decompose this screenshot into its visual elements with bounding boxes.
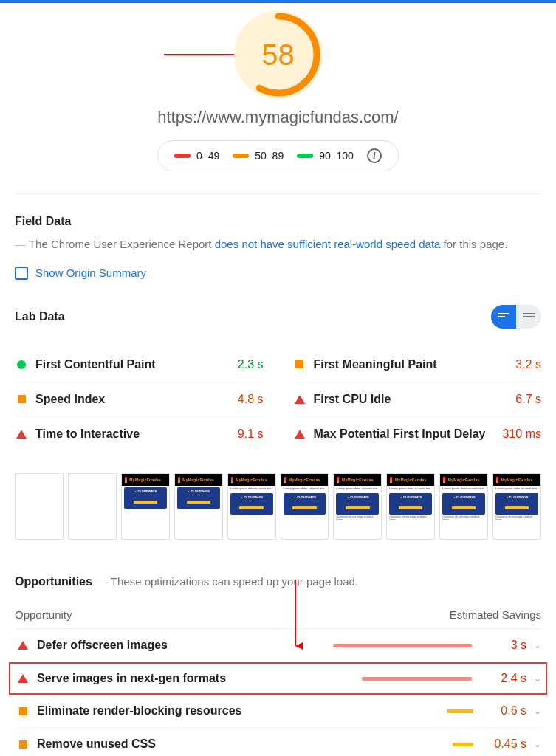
metric-value: 4.8 s (238, 393, 264, 406)
metric-label: Time to Interactive (35, 427, 238, 441)
col-opportunity: Opportunity (15, 608, 72, 621)
average-icon (19, 707, 27, 715)
chevron-down-icon: ⌄ (534, 673, 541, 684)
opportunity-row[interactable]: Serve images in next-gen formats 2.4 s ⌄ (9, 662, 547, 695)
annotation-arrow-2-icon (288, 578, 303, 652)
metric-row: First CPU Idle 6.7 s (293, 382, 542, 416)
score-gauge: 58 (234, 10, 323, 99)
metric-row: Max Potential First Input Delay 310 ms (293, 416, 542, 451)
score-legend: 0–49 50–89 90–100 i (157, 140, 399, 171)
menu-icon (523, 313, 535, 320)
opportunity-row[interactable]: Eliminate render-blocking resources 0.6 … (15, 695, 541, 728)
chevron-down-icon: ⌄ (534, 640, 541, 650)
opportunity-label: Eliminate render-blocking resources (37, 704, 318, 718)
opportunities-desc: These optimizations can speed up your pa… (97, 573, 358, 591)
show-origin-label: Show Origin Summary (35, 267, 146, 279)
info-icon[interactable]: i (367, 148, 382, 163)
filmstrip-frame (68, 473, 117, 540)
opportunity-value: 3 s (475, 639, 526, 652)
field-data-post: for this page. (440, 238, 507, 250)
savings-bar (447, 709, 473, 713)
metric-row: Time to Interactive 9.1 s (15, 416, 264, 451)
metric-value: 310 ms (503, 427, 541, 441)
metric-value: 9.1 s (238, 427, 264, 441)
score-section: 58 https://www.mymagicfundas.com/ 0–49 5… (15, 3, 541, 171)
filmstrip-frame: MyMagicFundasLorem ipsum dolor sit amet … (386, 473, 435, 540)
legend-good-label: 90–100 (319, 150, 354, 162)
savings-bar (362, 677, 472, 681)
metric-row: First Contentful Paint 2.3 s (15, 348, 264, 382)
fail-icon (295, 430, 305, 439)
chevron-down-icon: ⌄ (534, 739, 541, 749)
legend-good: 90–100 (297, 150, 354, 162)
opportunity-row[interactable]: Remove unused CSS 0.45 s ⌄ (15, 728, 541, 756)
field-data-desc: The Chrome User Experience Report does n… (15, 236, 507, 253)
fail-icon (18, 674, 28, 683)
metric-label: First Contentful Paint (35, 358, 238, 371)
filmstrip-frame: MyMagicFundasLorem ipsum dolor sit amet … (227, 473, 276, 540)
opportunity-value: 0.6 s (475, 704, 526, 718)
average-icon (295, 360, 303, 368)
average-icon (19, 740, 27, 749)
view-toggle-compact[interactable] (491, 305, 516, 329)
savings-bar (453, 743, 473, 746)
metric-value: 6.7 s (515, 393, 541, 406)
metric-label: First Meaningful Paint (314, 358, 516, 371)
opportunities-title: Opportunities (15, 572, 92, 591)
legend-poor-label: 0–49 (196, 150, 219, 162)
legend-avg: 50–89 (233, 150, 284, 162)
legend-poor: 0–49 (174, 150, 219, 162)
divider (15, 193, 541, 194)
filmstrip-frame: MyMagicFundas☁ CLOUDWAYS (121, 473, 170, 540)
metric-row: First Meaningful Paint 3.2 s (293, 348, 542, 382)
pass-icon (17, 360, 26, 369)
field-data-pre: The Chrome User Experience Report (29, 238, 215, 250)
chevron-down-icon: ⌄ (534, 706, 541, 716)
view-toggle-expanded[interactable] (516, 305, 541, 329)
filmstrip-frame: MyMagicFundas☁ CLOUDWAYS (174, 473, 223, 540)
fail-icon (295, 395, 305, 404)
tested-url: https://www.mymagicfundas.com/ (15, 108, 541, 127)
field-data-section: Field Data The Chrome User Experience Re… (15, 212, 541, 253)
opportunity-label: Serve images in next-gen formats (37, 672, 318, 685)
col-savings: Estimated Savings (450, 608, 541, 621)
metric-label: Max Potential First Input Delay (314, 427, 503, 441)
opportunities-section: Opportunities These optimizations can sp… (15, 572, 541, 756)
field-data-title: Field Data (15, 212, 71, 231)
metric-value: 2.3 s (238, 358, 264, 371)
filmstrip-frame: MyMagicFundasLorem ipsum dolor sit amet … (281, 473, 329, 540)
average-icon (18, 395, 26, 403)
lab-data-title: Lab Data (15, 310, 65, 323)
opportunity-row[interactable]: Defer offscreen images 3 s ⌄ (15, 629, 541, 662)
opportunity-label: Remove unused CSS (37, 738, 318, 751)
align-left-icon (498, 313, 509, 320)
fail-icon (18, 641, 28, 650)
filmstrip-frame: MyMagicFundasLorem ipsum dolor sit amet … (333, 473, 382, 540)
opportunity-value: 0.45 s (475, 738, 526, 751)
metric-label: Speed Index (35, 393, 238, 406)
metric-row: Speed Index 4.8 s (15, 382, 264, 416)
filmstrip-frame (15, 473, 64, 540)
opportunity-label: Defer offscreen images (37, 639, 318, 652)
score-value: 58 (261, 38, 295, 72)
filmstrip-frame: MyMagicFundasLorem ipsum dolor sit amet … (439, 473, 488, 540)
filmstrip: MyMagicFundas☁ CLOUDWAYSMyMagicFundas☁ C… (15, 470, 541, 543)
metric-value: 3.2 s (515, 358, 541, 371)
opportunity-value: 2.4 s (475, 672, 526, 685)
lab-metrics: First Contentful Paint 2.3 s Speed Index… (15, 348, 541, 451)
legend-avg-label: 50–89 (255, 150, 284, 162)
view-toggle (491, 305, 541, 329)
savings-bar (333, 644, 471, 647)
fail-icon (16, 430, 27, 439)
show-origin-summary[interactable]: Show Origin Summary (15, 267, 541, 280)
filmstrip-frame: MyMagicFundasLorem ipsum dolor sit amet … (492, 473, 541, 540)
field-data-link[interactable]: does not have sufficient real-world spee… (215, 238, 441, 250)
show-origin-checkbox[interactable] (15, 267, 28, 280)
metric-label: First CPU Idle (314, 393, 516, 406)
